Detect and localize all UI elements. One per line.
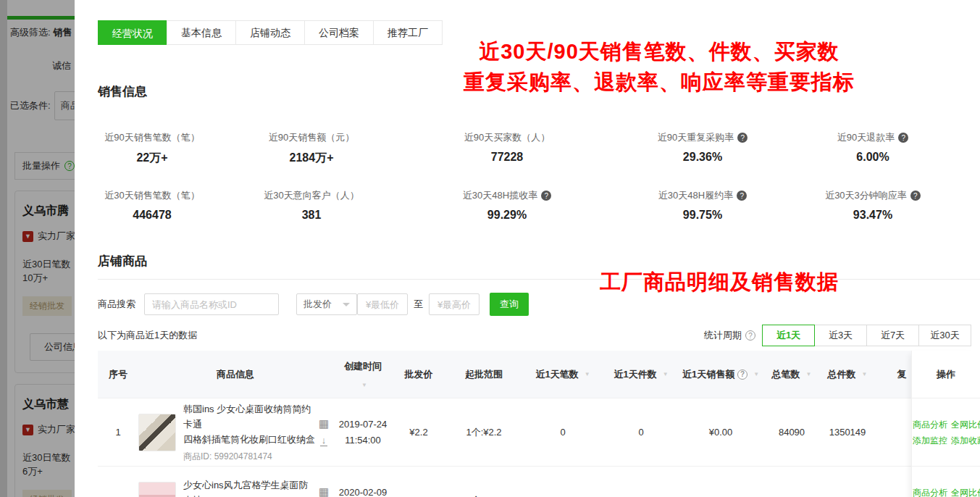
product-title-line1: 韩国ins 少女心桌面收纳筒简约卡通	[183, 401, 315, 432]
screen: 高级筛选: 销售 诚信 已选条件: 商品 批量操作 ? 义乌市腾 ▼ 实力厂家 …	[0, 0, 980, 497]
help-icon[interactable]: ?	[898, 133, 908, 143]
col-day-sales: 近1天销售额?▼	[680, 368, 761, 381]
download-icon[interactable]: ↓	[320, 435, 328, 446]
help-icon[interactable]: ?	[910, 191, 921, 201]
metric-value: 77228	[416, 151, 598, 164]
col-total-items-label: 总件数	[828, 368, 856, 381]
period-3day-button[interactable]: 近3天	[814, 325, 867, 346]
period-button-group: 近1天 近3天 近7天 近30天	[763, 325, 971, 346]
period-30day-button[interactable]: 近30天	[918, 325, 971, 346]
metric-48h-fulfillment-30d: 近30天48H履约率? 99.75%	[598, 189, 808, 222]
table-row: 1 韩国ins 少女心桌面收纳筒简约卡通 四格斜插笔筒化妆刷口红收纳盒 商品ID…	[98, 398, 980, 467]
products-table: 序号 商品信息 创建时间 ▼ 批发价 起批范围 近1天笔数▼ 近1天件数▼ 近1…	[98, 351, 980, 497]
cell-index: 1	[98, 427, 138, 438]
table-note-row: 以下为商品近1天的数据 统计周期 ? 近1天 近3天 近7天 近30天	[98, 325, 980, 346]
min-price-input[interactable]	[357, 293, 408, 315]
created-date: 2020-02-09	[339, 487, 388, 497]
metric-label: 近30天3分钟响应率	[825, 189, 907, 202]
cell-day-sales: ¥0.00	[680, 427, 761, 438]
background-page: 高级筛选: 销售 诚信 已选条件: 商品 批量操作 ? 义乌市腾 ▼ 实力厂家 …	[0, 0, 75, 497]
period-label: 统计周期	[704, 329, 742, 342]
cell-created: 2019-07-24 11:54:00	[332, 419, 393, 446]
product-analysis-link[interactable]: 商品分析	[913, 488, 947, 497]
metric-repeat-purchase-90d: 近90天重复采购率? 29.36%	[598, 131, 808, 166]
product-title-line2: 四格斜插笔筒化妆刷口红收纳盒	[183, 432, 315, 447]
metric-label: 近30天48H履约率	[658, 189, 733, 202]
metric-buyers-90d: 近90天买家数（人） 77228	[416, 131, 598, 166]
table-header: 序号 商品信息 创建时间 ▼ 批发价 起批范围 近1天笔数▼ 近1天件数▼ 近1…	[98, 351, 980, 398]
annotation-line1: 近30天/90天销售笔数、件数、买家数	[435, 36, 884, 67]
metric-value: 99.29%	[416, 209, 598, 222]
help-icon[interactable]: ?	[737, 133, 747, 143]
col-total-orders-label: 总笔数	[772, 368, 800, 381]
cell-created: 2020-02-09 23:13:00	[332, 487, 393, 497]
search-label: 商品搜索	[98, 298, 135, 311]
product-thumbnail[interactable]	[138, 482, 176, 497]
col-day-orders-label: 近1天笔数	[535, 368, 578, 381]
created-time: 11:54:00	[345, 435, 381, 446]
product-analysis-link[interactable]: 商品分析	[913, 419, 947, 430]
cell-total-items: 1350149	[822, 427, 873, 438]
price-type-value: 批发价	[303, 298, 332, 311]
col-created: 创建时间 ▼	[332, 360, 393, 388]
sort-icon[interactable]: ▼	[361, 382, 367, 388]
sort-icon[interactable]: ▼	[862, 371, 868, 377]
metric-label: 近30天销售笔数（笔）	[104, 189, 199, 202]
price-compare-link[interactable]: 全网比价	[951, 419, 980, 430]
metric-value: 99.75%	[598, 209, 808, 222]
tab-company-profile[interactable]: 公司档案	[304, 20, 374, 45]
to-label: 至	[414, 298, 423, 311]
col-index: 序号	[98, 368, 138, 381]
col-actions: 操作	[912, 351, 980, 398]
cell-range: 1个:¥2.2	[444, 426, 524, 439]
modal-overlay	[0, 0, 75, 497]
sort-icon[interactable]: ▼	[663, 371, 669, 377]
help-icon[interactable]: ?	[737, 191, 747, 201]
col-total-orders: 总笔数▼	[761, 368, 822, 381]
col-day-sales-label: 近1天销售额	[682, 368, 734, 381]
add-favorite-link[interactable]: 添加收藏	[951, 435, 980, 446]
sort-icon[interactable]: ▼	[753, 371, 759, 377]
annotation-metrics: 近30天/90天销售笔数、件数、买家数 重复采购率、退款率、响应率等重要指标	[435, 36, 884, 97]
metric-48h-pickup-30d: 近30天48H揽收率? 99.29%	[416, 189, 598, 222]
price-type-select[interactable]: 批发价	[296, 293, 357, 315]
sort-icon[interactable]: ▼	[806, 371, 812, 377]
metric-value: 381	[206, 209, 416, 222]
query-button[interactable]: 查询	[490, 293, 529, 316]
metric-3min-response-30d: 近30天3分钟响应率? 93.47%	[808, 189, 938, 222]
metric-label: 近90天销售额（元）	[269, 131, 354, 144]
metric-value: 29.36%	[598, 151, 808, 164]
qr-code-icon[interactable]: ▦	[319, 486, 329, 497]
period-7day-button[interactable]: 近7天	[866, 325, 919, 346]
cell-day-orders: 0	[524, 427, 602, 438]
add-monitor-link[interactable]: 添加监控	[913, 435, 947, 446]
help-icon[interactable]: ?	[541, 191, 551, 201]
metric-label: 近90天退款率	[837, 131, 895, 144]
cell-day-items: 0	[602, 427, 680, 438]
col-product-info: 商品信息	[138, 368, 332, 381]
product-thumbnail[interactable]	[138, 414, 176, 451]
max-price-input[interactable]	[429, 293, 479, 315]
sort-icon[interactable]: ▼	[585, 371, 590, 377]
product-search-input[interactable]	[144, 293, 279, 315]
product-title-line1: 少女心ins风九宫格学生桌面防尘抽	[183, 477, 315, 497]
sales-metrics: 近90天销售笔数（笔） 22万+ 近90天销售额（元） 2184万+ 近90天买…	[98, 131, 980, 222]
tab-business-status[interactable]: 经营状况	[98, 20, 167, 45]
col-day-items-label: 近1天件数	[613, 368, 656, 381]
tab-shop-activity[interactable]: 店铺动态	[235, 20, 305, 45]
metric-label: 近90天销售笔数（笔）	[104, 131, 199, 144]
qr-code-icon[interactable]: ▦	[319, 418, 329, 429]
tab-basic-info[interactable]: 基本信息	[167, 20, 236, 45]
tab-recommended-factory[interactable]: 推荐工厂	[373, 20, 443, 45]
period-1day-button[interactable]: 近1天	[762, 325, 815, 346]
metric-label: 近30天意向客户（人）	[264, 189, 359, 202]
col-day-items: 近1天件数▼	[602, 368, 680, 381]
cell-product-info: 韩国ins 少女心桌面收纳筒简约卡通 四格斜插笔筒化妆刷口红收纳盒 商品ID: …	[138, 401, 332, 463]
price-compare-link[interactable]: 全网比价	[951, 488, 980, 497]
help-icon[interactable]: ?	[737, 369, 747, 380]
product-id: 商品ID: 599204781474	[183, 451, 315, 463]
col-price: 批发价	[393, 368, 444, 381]
metric-value: 22万+	[98, 151, 206, 166]
annotation-products: 工厂商品明细及销售数据	[564, 267, 875, 297]
help-icon[interactable]: ?	[745, 330, 755, 341]
